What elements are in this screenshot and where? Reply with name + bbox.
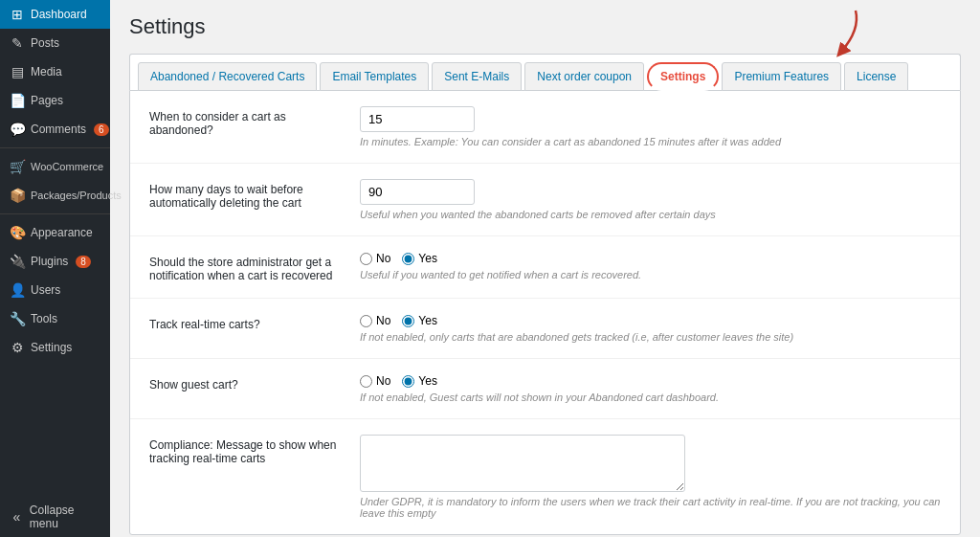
sidebar-item-label: Plugins	[31, 255, 68, 268]
label-admin-notify: Should the store administrator get a not…	[149, 252, 341, 282]
sidebar: ⊞ Dashboard ✎ Posts ▤ Media 📄 Pages 💬 Co…	[0, 0, 110, 537]
settings-row-delete-days: How many days to wait before automatical…	[130, 164, 960, 236]
settings-row-abandoned-time: When to consider a cart as abandoned? In…	[130, 91, 960, 164]
users-icon: 👤	[10, 282, 25, 298]
radio-input-guest-cart-no[interactable]	[360, 375, 372, 388]
sidebar-item-label: Posts	[31, 36, 59, 50]
appearance-icon: 🎨	[10, 225, 25, 240]
sidebar-item-label: Collapse menu	[30, 503, 100, 530]
sidebar-item-label: Tools	[31, 312, 57, 325]
comments-icon: 💬	[10, 122, 25, 137]
packages-icon: 📦	[10, 188, 25, 203]
label-realtime: Track real-time carts?	[149, 314, 341, 331]
sidebar-item-plugins[interactable]: 🔌 Plugins 8	[0, 247, 110, 276]
hint-realtime: If not enabled, only carts that are aban…	[360, 331, 941, 343]
woo-icon: 🛒	[10, 159, 25, 174]
radio-guest-cart-yes[interactable]: Yes	[402, 374, 437, 388]
tab-abandoned[interactable]: Abandoned / Recovered Carts	[138, 62, 317, 91]
sidebar-item-users[interactable]: 👤 Users	[0, 276, 110, 304]
radio-group-admin-notify: No Yes	[360, 252, 941, 265]
tab-license[interactable]: License	[844, 62, 908, 91]
control-abandoned-time: In minutes. Example: You can consider a …	[360, 106, 941, 147]
radio-input-admin-notify-yes[interactable]	[402, 253, 414, 265]
sidebar-item-tools[interactable]: 🔧 Tools	[0, 304, 110, 333]
sidebar-item-label: Packages/Products	[31, 190, 122, 201]
input-delete-days[interactable]	[360, 179, 475, 205]
control-compliance: Under GDPR, it is mandatory to inform th…	[360, 435, 941, 519]
settings-icon: ⚙	[10, 340, 25, 355]
radio-guest-cart-no[interactable]: No	[360, 374, 390, 388]
radio-admin-notify-no[interactable]: No	[360, 252, 390, 265]
hint-abandoned-time: In minutes. Example: You can consider a …	[360, 136, 941, 147]
radio-input-realtime-no[interactable]	[360, 315, 372, 327]
label-delete-days: How many days to wait before automatical…	[149, 179, 341, 210]
sidebar-item-comments[interactable]: 💬 Comments 6	[0, 115, 110, 144]
posts-icon: ✎	[10, 35, 25, 51]
settings-card: When to consider a cart as abandoned? In…	[129, 90, 961, 535]
tabs-wrapper: Abandoned / Recovered Carts Email Templa…	[129, 54, 961, 90]
main-content: Settings Abandoned / Recovered Carts Ema…	[110, 0, 980, 537]
radio-realtime-yes[interactable]: Yes	[402, 314, 437, 327]
settings-row-compliance: Compliance: Message to show when trackin…	[130, 419, 960, 534]
sidebar-item-label: Media	[31, 65, 62, 78]
settings-row-admin-notify: Should the store administrator get a not…	[130, 236, 960, 299]
hint-compliance: Under GDPR, it is mandatory to inform th…	[360, 496, 941, 519]
radio-admin-notify-yes[interactable]: Yes	[402, 252, 437, 265]
sidebar-item-collapse[interactable]: « Collapse menu	[0, 497, 110, 537]
radio-group-realtime: No Yes	[360, 314, 941, 327]
radio-input-realtime-yes[interactable]	[402, 315, 414, 327]
sidebar-item-pages[interactable]: 📄 Pages	[0, 86, 110, 115]
sidebar-item-label: Pages	[31, 94, 63, 107]
control-guest-cart: No Yes If not enabled, Guest carts will …	[360, 374, 941, 403]
plugins-badge: 8	[76, 256, 91, 268]
sidebar-item-settings[interactable]: ⚙ Settings	[0, 333, 110, 362]
hint-delete-days: Useful when you wanted the abandoned car…	[360, 209, 941, 220]
radio-group-guest-cart: No Yes	[360, 374, 941, 388]
tab-bar: Abandoned / Recovered Carts Email Templa…	[129, 54, 961, 90]
radio-realtime-no[interactable]: No	[360, 314, 390, 327]
collapse-icon: «	[10, 509, 24, 525]
comments-badge: 6	[94, 123, 109, 136]
page-title: Settings	[129, 14, 961, 39]
sidebar-item-label: WooCommerce	[31, 161, 103, 172]
tab-email-templates[interactable]: Email Templates	[320, 62, 429, 91]
radio-input-guest-cart-yes[interactable]	[402, 375, 414, 388]
control-delete-days: Useful when you wanted the abandoned car…	[360, 179, 941, 220]
sidebar-item-posts[interactable]: ✎ Posts	[0, 29, 110, 57]
sidebar-item-label: Dashboard	[31, 8, 87, 21]
hint-guest-cart: If not enabled, Guest carts will not sho…	[360, 392, 941, 403]
settings-row-realtime: Track real-time carts? No Yes If not ena…	[130, 299, 960, 359]
plugins-icon: 🔌	[10, 254, 25, 269]
sidebar-item-label: Users	[31, 283, 60, 297]
sidebar-item-label: Comments	[31, 123, 86, 136]
label-compliance: Compliance: Message to show when trackin…	[149, 435, 341, 465]
sidebar-item-label: Settings	[31, 341, 72, 354]
control-realtime: No Yes If not enabled, only carts that a…	[360, 314, 941, 343]
pages-icon: 📄	[10, 93, 25, 108]
sidebar-item-media[interactable]: ▤ Media	[0, 57, 110, 86]
radio-input-admin-notify-no[interactable]	[360, 253, 372, 265]
hint-admin-notify: Useful if you wanted to get notified whe…	[360, 269, 941, 280]
tab-settings[interactable]: Settings	[647, 62, 719, 91]
sidebar-item-woocommerce[interactable]: 🛒 WooCommerce	[0, 152, 110, 181]
media-icon: ▤	[10, 64, 25, 79]
dashboard-icon: ⊞	[10, 7, 25, 22]
label-guest-cart: Show guest cart?	[149, 374, 341, 392]
tab-next-order[interactable]: Next order coupon	[524, 62, 644, 91]
tools-icon: 🔧	[10, 311, 25, 326]
label-abandoned-time: When to consider a cart as abandoned?	[149, 106, 341, 137]
tab-premium[interactable]: Premium Features	[722, 62, 841, 91]
settings-row-guest-cart: Show guest cart? No Yes If not enabled, …	[130, 359, 960, 419]
tab-sent-emails[interactable]: Sent E-Mails	[432, 62, 522, 91]
sidebar-item-packages[interactable]: 📦 Packages/Products	[0, 181, 110, 210]
sidebar-item-appearance[interactable]: 🎨 Appearance	[0, 218, 110, 247]
control-admin-notify: No Yes Useful if you wanted to get notif…	[360, 252, 941, 280]
textarea-compliance[interactable]	[360, 435, 685, 492]
input-abandoned-time[interactable]	[360, 106, 475, 132]
sidebar-item-dashboard[interactable]: ⊞ Dashboard	[0, 0, 110, 29]
sidebar-item-label: Appearance	[31, 226, 93, 239]
